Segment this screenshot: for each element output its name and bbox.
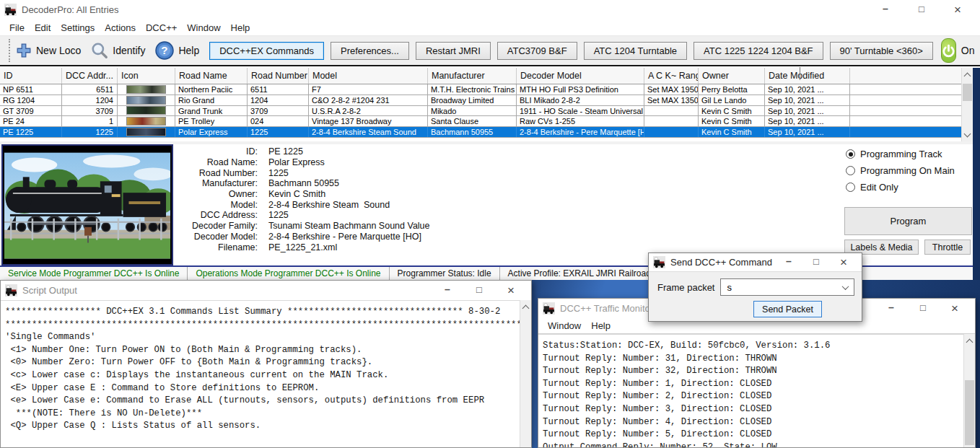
script-titlebar[interactable]: Script Output — [1, 281, 531, 300]
close-icon[interactable] — [940, 3, 976, 17]
minimize-icon[interactable] — [867, 3, 904, 17]
cell-owner: Kevin C Smith — [699, 127, 765, 137]
toolbar-button[interactable]: ATC 1225 1224 1204 B&F — [694, 42, 823, 60]
minimize-icon[interactable] — [875, 302, 907, 316]
console-line: 'Single Commands' — [5, 331, 519, 344]
main-toolbar: New Loco Identify ? Help DCC++EX Command… — [0, 36, 980, 66]
toolbar-button[interactable]: DCC++EX Commands — [209, 42, 324, 60]
cell-manufacturer: Broadway Limited — [428, 95, 517, 105]
script-output-console[interactable]: ****************** DCC++EX 3.1 Commands … — [1, 300, 520, 447]
minimize-icon[interactable] — [775, 255, 802, 270]
scroll-up-icon[interactable] — [964, 73, 971, 80]
menu-item[interactable]: Actions — [100, 22, 141, 33]
cell-decoder-model: 1911 - HO Scale - Steam Universal — [517, 106, 644, 116]
cell-decoder-model: 2-8-4 Berkshire - Pere Marquette [HO] — [517, 127, 644, 137]
toolbar-button[interactable]: Preferences... — [331, 42, 409, 60]
frame-packet-value: s — [727, 282, 732, 293]
maximize-icon[interactable] — [802, 255, 830, 270]
cell-date-modified: Sep 10, 2021 ... — [765, 84, 850, 95]
column-header[interactable]: Icon — [118, 68, 175, 84]
program-mode-radio[interactable]: Programming On Main — [846, 162, 955, 179]
roster-table: IDDCC Addr...IconRoad NameRoad NumberMod… — [0, 68, 973, 141]
cell-manufacturer: Bachmann 50955 — [428, 127, 517, 137]
column-header[interactable]: Manufacturer — [428, 68, 517, 84]
menu-item[interactable]: DCC++ — [141, 22, 182, 33]
script-scrollbar[interactable] — [520, 300, 531, 447]
toolbar-button[interactable]: Restart JMRI — [416, 42, 491, 60]
jmri-app-icon — [543, 302, 555, 315]
column-header[interactable]: Road Name — [175, 68, 248, 84]
table-row[interactable]: NP 6511 6511 Northern Paciic 6511 F7 M.T… — [0, 84, 973, 95]
cell-road-name: Northern Paciic — [175, 84, 248, 95]
column-header[interactable]: Owner — [699, 68, 765, 84]
scroll-down-icon[interactable] — [964, 131, 971, 138]
menu-item[interactable]: Help — [226, 22, 255, 33]
scroll-up-icon[interactable] — [522, 305, 530, 312]
magnifier-icon — [91, 42, 108, 59]
minimize-icon[interactable] — [432, 284, 463, 298]
column-header[interactable]: ID — [0, 68, 62, 84]
menu-item[interactable]: Window — [182, 22, 225, 33]
table-row[interactable]: GT 3709 3709 Grand Trunk 3709 U.S.R.A 2-… — [0, 106, 973, 117]
toolbar-drag-handle[interactable] — [9, 39, 10, 62]
table-row[interactable]: PE 1225 1225 Polar Express 1225 2-8-4 Be… — [0, 127, 973, 138]
dialog-titlebar[interactable]: Send DCC++ Command — [649, 253, 862, 272]
column-header[interactable]: A C K~ Ranges — [644, 68, 699, 84]
frame-packet-input[interactable]: s — [720, 278, 854, 296]
window-controls — [775, 255, 857, 270]
field-value: 2-8-4 Berkshire Steam Sound — [268, 200, 390, 210]
cell-dcc-address: 3709 — [62, 106, 118, 116]
scroll-up-icon[interactable] — [966, 339, 974, 346]
main-titlebar[interactable]: DecoderPro: All Entries — [0, 0, 980, 19]
cell-id: GT 3709 — [0, 106, 62, 116]
maximize-icon[interactable] — [463, 284, 495, 298]
column-header[interactable]: Road Number — [248, 68, 309, 84]
monitor-scrollbar[interactable] — [963, 334, 975, 447]
toolbar-button[interactable]: ATC 1204 Turntable — [584, 42, 687, 60]
menu-item[interactable]: Settings — [56, 22, 100, 33]
table-row[interactable]: PE 24 1 PE Trolley 024 Vintage 137 Broad… — [0, 116, 973, 127]
maximize-icon[interactable] — [907, 302, 939, 316]
field-value: 2-8-4 Berkshire - Pere Marquette [HO] — [268, 232, 421, 242]
menu-item[interactable]: File — [4, 22, 30, 33]
traffic-monitor-console[interactable]: Status:Station: DCC-EX, Build: 50fcbc0, … — [538, 334, 964, 447]
close-icon[interactable] — [939, 302, 971, 316]
column-header[interactable]: Date Modified — [765, 68, 850, 84]
program-button[interactable]: Program — [844, 207, 972, 235]
field-label: Road Number: — [177, 168, 258, 178]
column-header[interactable]: Decoder Model — [517, 68, 644, 84]
scroll-thumb[interactable] — [965, 380, 974, 445]
close-icon[interactable] — [830, 255, 857, 270]
menu-item[interactable]: Help — [586, 320, 616, 331]
toolbar-button[interactable]: ATC3709 B&F — [497, 42, 577, 60]
column-header[interactable]: Model — [309, 68, 428, 84]
toolbar-button[interactable]: 90' Turntable <360> — [830, 42, 933, 60]
program-mode-radio[interactable]: Edit Only — [846, 179, 955, 196]
cell-road-name: Rio Grand — [175, 95, 248, 105]
cell-icon — [118, 95, 175, 105]
maximize-icon[interactable] — [904, 3, 940, 17]
column-header[interactable]: DCC Addr... — [62, 68, 118, 84]
menu-item[interactable]: Edit — [30, 22, 56, 33]
scroll-thumb[interactable] — [963, 84, 972, 101]
help-button[interactable]: ? Help — [155, 41, 199, 60]
loco-detail-fields: ID: PE 1225 Road Name: Polar Express Roa… — [177, 146, 430, 252]
identify-button[interactable]: Identify — [91, 42, 145, 59]
sort-descending-icon[interactable] — [800, 67, 807, 74]
menu-item[interactable]: Window — [543, 320, 586, 331]
table-row[interactable]: RG 1204 1204 Rio Grand 1204 C&O 2-8-2 #1… — [0, 95, 973, 106]
detail-field-row: ID: PE 1225 — [177, 146, 430, 157]
program-mode-radio[interactable]: Programming Track — [846, 146, 955, 162]
cell-dcc-address: 6511 — [62, 84, 118, 95]
radio-icon — [846, 149, 855, 159]
throttle-button[interactable]: Throttle — [924, 240, 971, 255]
close-icon[interactable] — [495, 284, 527, 298]
power-button[interactable] — [941, 38, 956, 63]
cell-ack-ranges — [644, 116, 699, 126]
new-loco-button[interactable]: New Loco — [16, 43, 81, 58]
table-scrollbar[interactable] — [961, 68, 973, 141]
jmri-app-icon — [653, 256, 665, 268]
send-packet-button[interactable]: Send Packet — [753, 301, 822, 317]
cell-icon — [118, 106, 175, 116]
detail-field-row: Filename: PE_1225_21.xml — [177, 242, 430, 252]
